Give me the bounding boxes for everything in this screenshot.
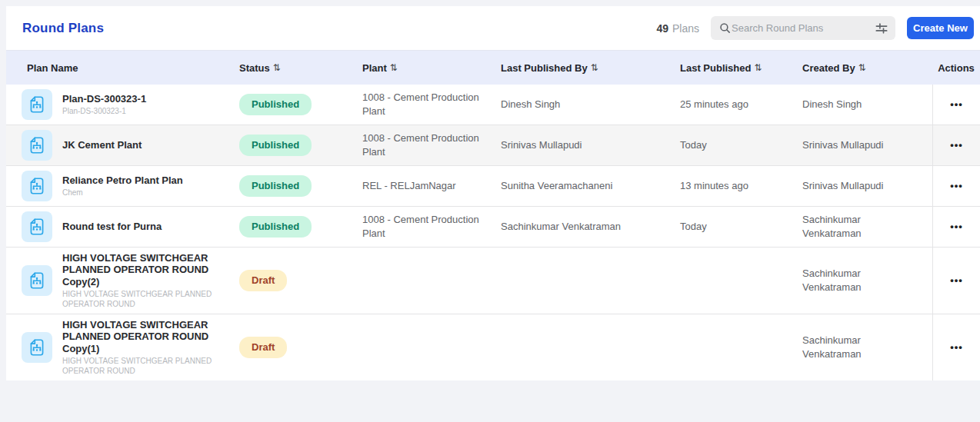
search-icon bbox=[718, 22, 732, 35]
actions-cell: ••• bbox=[932, 248, 980, 314]
last-published-by-cell: Dinesh Singh bbox=[495, 85, 674, 125]
plant-cell: 1008 - Cement Production Plant bbox=[356, 85, 495, 125]
plan-count: 49 Plans bbox=[656, 22, 699, 35]
plan-name-block: Round test for Purna bbox=[62, 221, 162, 232]
row-actions-menu-button[interactable]: ••• bbox=[950, 138, 963, 152]
actions-cell: ••• bbox=[932, 85, 980, 125]
plan-count-number: 49 bbox=[656, 22, 668, 35]
last-published-cell bbox=[674, 248, 796, 314]
row-actions-menu-button[interactable]: ••• bbox=[950, 98, 963, 111]
table-body: Plan-DS-300323-1 Plan-DS-300323-1 Publis… bbox=[6, 85, 980, 380]
plan-subtitle: HIGH VOLTAGE SWITCHGEAR PLANNED OPERATOR… bbox=[62, 356, 222, 376]
sort-icon[interactable]: ⇅ bbox=[273, 62, 281, 73]
row-actions-menu-button[interactable]: ••• bbox=[950, 220, 963, 234]
created-by-cell: Srinivas Mullapudi bbox=[796, 125, 932, 165]
row-actions-menu-button[interactable]: ••• bbox=[950, 179, 963, 193]
column-header-label: Created By bbox=[802, 62, 855, 74]
plant-cell: 1008 - Cement Production Plant bbox=[356, 207, 495, 247]
last-published-by-cell bbox=[495, 314, 674, 380]
status-badge: Draft bbox=[239, 270, 287, 291]
plan-name-cell: HIGH VOLTAGE SWITCHGEAR PLANNED OPERATOR… bbox=[6, 248, 233, 314]
table-row[interactable]: Reliance Petro Plant Plan Chem Published… bbox=[6, 166, 980, 207]
status-cell: Draft bbox=[233, 314, 356, 380]
plan-name-block: HIGH VOLTAGE SWITCHGEAR PLANNED OPERATOR… bbox=[62, 252, 222, 309]
sort-icon[interactable]: ⇅ bbox=[754, 62, 762, 73]
column-header-actions[interactable]: Actions bbox=[932, 62, 980, 74]
table-row[interactable]: Plan-DS-300323-1 Plan-DS-300323-1 Publis… bbox=[6, 85, 980, 125]
status-badge: Published bbox=[239, 175, 312, 197]
plan-name: Round test for Purna bbox=[62, 221, 162, 232]
last-published-cell: 25 minutes ago bbox=[674, 85, 796, 125]
last-published-by-cell: Sunitha Veeramachaneni bbox=[495, 166, 674, 206]
column-header-label: Plan Name bbox=[27, 62, 78, 74]
created-by-cell: Sachinkumar Venkatraman bbox=[796, 248, 932, 314]
plan-name: HIGH VOLTAGE SWITCHGEAR PLANNED OPERATOR… bbox=[62, 319, 222, 354]
sort-icon[interactable]: ⇅ bbox=[591, 62, 598, 73]
column-header-plant[interactable]: Plant ⇅ bbox=[356, 62, 495, 74]
actions-cell: ••• bbox=[932, 166, 980, 206]
last-published-cell: Today bbox=[674, 207, 796, 247]
plan-name: Reliance Petro Plant Plan bbox=[62, 174, 183, 186]
last-published-cell: 13 minutes ago bbox=[674, 166, 796, 206]
sort-icon[interactable]: ⇅ bbox=[858, 62, 866, 73]
plan-name-block: Reliance Petro Plant Plan Chem bbox=[62, 174, 183, 198]
status-badge: Draft bbox=[239, 337, 287, 358]
column-header-label: Last Published bbox=[680, 62, 751, 74]
plan-document-icon bbox=[22, 171, 52, 201]
row-actions-menu-button[interactable]: ••• bbox=[950, 341, 963, 354]
create-new-button[interactable]: Create New bbox=[907, 17, 974, 39]
actions-cell: ••• bbox=[932, 125, 980, 165]
plant-cell bbox=[356, 314, 495, 380]
table-row[interactable]: JK Cement Plant Published 1008 - Cement … bbox=[6, 125, 980, 166]
last-published-by-cell: Sachinkumar Venkatraman bbox=[495, 207, 674, 247]
last-published-cell bbox=[674, 314, 796, 380]
search-input[interactable] bbox=[732, 22, 874, 34]
column-header-label: Status bbox=[239, 62, 270, 74]
topbar: Round Plans 49 Plans bbox=[6, 6, 980, 50]
plan-name: JK Cement Plant bbox=[62, 139, 142, 151]
last-published-cell: Today bbox=[674, 125, 796, 165]
filter-sliders-icon[interactable] bbox=[874, 21, 889, 36]
row-actions-menu-button[interactable]: ••• bbox=[950, 274, 963, 287]
status-badge: Published bbox=[239, 135, 312, 156]
plant-cell bbox=[356, 248, 495, 314]
column-header-label: Plant bbox=[362, 62, 387, 74]
column-header-name[interactable]: Plan Name bbox=[6, 62, 233, 74]
status-cell: Published bbox=[233, 125, 356, 165]
status-cell: Published bbox=[233, 166, 356, 206]
plan-name-cell: Round test for Purna bbox=[6, 207, 233, 247]
table-header-row: Plan Name Status ⇅ Plant ⇅ Last Publishe… bbox=[6, 50, 980, 85]
plan-document-icon bbox=[22, 265, 52, 296]
created-by-cell: Sachinkumar Venkatraman bbox=[796, 207, 932, 247]
plan-count-label: Plans bbox=[672, 22, 699, 35]
column-header-cb[interactable]: Created By ⇅ bbox=[796, 62, 932, 74]
column-header-label: Actions bbox=[938, 62, 975, 74]
plan-name-cell: Plan-DS-300323-1 Plan-DS-300323-1 bbox=[6, 85, 233, 125]
plan-subtitle: HIGH VOLTAGE SWITCHGEAR PLANNED OPERATOR… bbox=[62, 289, 222, 309]
plan-subtitle: Plan-DS-300323-1 bbox=[62, 106, 146, 116]
table-row[interactable]: Round test for Purna Published 1008 - Ce… bbox=[6, 207, 980, 248]
plan-name-block: JK Cement Plant bbox=[62, 139, 142, 151]
table-row[interactable]: HIGH VOLTAGE SWITCHGEAR PLANNED OPERATOR… bbox=[6, 314, 980, 380]
plan-name-cell: HIGH VOLTAGE SWITCHGEAR PLANNED OPERATOR… bbox=[6, 314, 233, 380]
created-by-cell: Sachinkumar Venkatraman bbox=[796, 314, 932, 380]
sort-icon[interactable]: ⇅ bbox=[390, 62, 398, 73]
column-header-status[interactable]: Status ⇅ bbox=[233, 62, 356, 74]
plan-name-block: HIGH VOLTAGE SWITCHGEAR PLANNED OPERATOR… bbox=[62, 319, 222, 376]
plant-cell: 1008 - Cement Production Plant bbox=[356, 125, 495, 165]
round-plans-panel: Round Plans 49 Plans bbox=[6, 6, 980, 380]
topbar-right: 49 Plans Create New bbox=[656, 16, 974, 40]
plan-document-icon bbox=[22, 211, 52, 242]
column-header-lpb[interactable]: Last Published By ⇅ bbox=[495, 62, 674, 74]
table-row[interactable]: HIGH VOLTAGE SWITCHGEAR PLANNED OPERATOR… bbox=[6, 248, 980, 314]
last-published-by-cell: Srinivas Mullapudi bbox=[495, 125, 674, 165]
column-header-label: Last Published By bbox=[501, 62, 588, 74]
plan-document-icon bbox=[22, 89, 52, 120]
status-badge: Published bbox=[239, 216, 312, 238]
actions-cell: ••• bbox=[932, 314, 980, 380]
plan-subtitle: Chem bbox=[62, 188, 183, 198]
column-header-lp[interactable]: Last Published ⇅ bbox=[674, 62, 796, 74]
created-by-cell: Dinesh Singh bbox=[796, 85, 932, 125]
plan-document-icon bbox=[22, 130, 52, 161]
search-box[interactable] bbox=[711, 16, 895, 40]
